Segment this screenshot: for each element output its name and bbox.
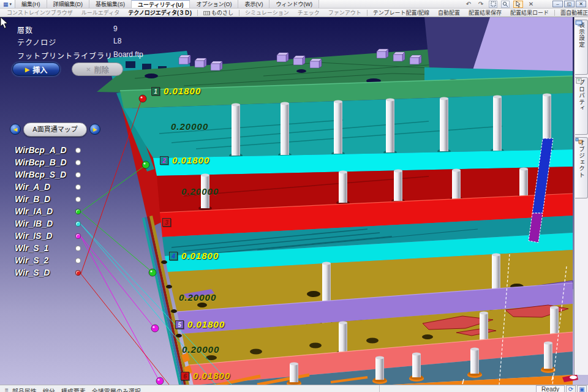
layer-color-dot[interactable] <box>75 184 81 190</box>
mouse-cursor <box>0 17 10 29</box>
layer-list-item-WirBcp_A_D[interactable]: WirBcp_A_D <box>15 145 94 157</box>
status-list-icon: ≡ <box>5 386 9 392</box>
toolbar-item-8[interactable]: ファンアウト <box>324 9 366 17</box>
menu-tab-1[interactable]: 詳細編集(D) <box>47 0 90 8</box>
right-tab-strip: 表示設定プロパティオブジェクト <box>574 17 588 375</box>
toolbar-item-12[interactable]: 配置結果保存 <box>464 9 506 17</box>
object-icon <box>575 138 582 144</box>
layer-name: Wlr_S_1 <box>15 243 48 253</box>
layer-count-label: 層数 <box>17 24 33 35</box>
layer-name: WlrBcp_S_D <box>15 170 66 179</box>
layer-name: Wir_B_D <box>15 194 50 204</box>
menu-tab-4[interactable]: オプション(O) <box>190 0 238 8</box>
restore-button[interactable]: ◱ <box>564 1 575 7</box>
layer-color-dot[interactable] <box>75 233 81 239</box>
layer-thickness: 0.01800 <box>187 319 225 330</box>
tab-label: オブジェクト <box>577 140 586 178</box>
layer-list-item-WlrBcp_S_D[interactable]: WlrBcp_S_D <box>15 169 94 181</box>
layer-list-item-Wir_A_D[interactable]: Wir_A_D <box>15 181 94 194</box>
delete-icon: ✕ <box>86 66 91 73</box>
toolbar-item-7[interactable]: チェック <box>293 9 324 17</box>
tab-property[interactable]: プロパティ <box>575 77 588 135</box>
layer-name: Wlr_IA_D <box>15 206 53 216</box>
menu-bar: ▦ ▾ 編集(H)詳細編集(D)基板編集(S)ユーティリティ(U)オプション(O… <box>0 0 588 9</box>
layer-number-badge: 1 <box>151 87 160 96</box>
zoom-window-icon[interactable] <box>501 1 510 8</box>
layer-color-dot[interactable] <box>75 197 81 202</box>
layer-count-value: 9 <box>113 24 118 33</box>
technology-label: テクノロジ <box>17 37 56 47</box>
dielectric-thickness: 0.20000 <box>179 292 216 303</box>
layer-number-badge: 2 <box>160 156 168 165</box>
delete-button[interactable]: ✕ 削除 <box>72 62 123 76</box>
insert-arrow-icon: ▶ <box>25 66 30 73</box>
menu-tab-2[interactable]: 基板編集(S) <box>89 0 132 8</box>
tab-object[interactable]: オブジェクト <box>575 137 588 198</box>
layer-list-item-Wlr_S_1[interactable]: Wlr_S_1 <box>15 243 94 255</box>
layer-number-badge: 6 <box>181 372 189 380</box>
layer-color-dot[interactable] <box>75 209 81 214</box>
close-button[interactable]: ✕ <box>576 1 586 7</box>
status-bar: ≡ 部品属性 線分 構成要素 全誘電層のみ選択 Ready ⟳ ▣ <box>0 385 588 392</box>
map-next-button[interactable]: ▶ <box>89 124 100 135</box>
layer-color-dot[interactable] <box>75 258 81 263</box>
layer-list-item-Wlr_IA_D[interactable]: Wlr_IA_D <box>15 206 94 218</box>
layer-thickness: 0.01800 <box>181 251 219 261</box>
toolbar-item-2[interactable]: テクノロジエディタ(３Ｄ) <box>124 9 196 17</box>
layer-color-dot[interactable] <box>75 270 81 276</box>
app-icon: ▦ <box>3 1 9 7</box>
status-message: ≡ 部品属性 線分 構成要素 全誘電層のみ選択 <box>0 385 380 392</box>
zoom-fit-icon[interactable] <box>489 1 497 8</box>
layer-list-item-Wir_B_D[interactable]: Wir_B_D <box>15 194 94 206</box>
map-prev-button[interactable]: ◀ <box>10 124 21 135</box>
close-tool-icon[interactable]: ✕ <box>527 1 535 7</box>
layer-5-label: 5 0.01800 <box>175 319 225 330</box>
select-tool-button[interactable] <box>513 1 523 8</box>
layer-list-item-Wir_S_D[interactable]: Wir_S_D <box>15 267 94 279</box>
toolbar-item-6[interactable]: シミュレーション <box>241 9 293 17</box>
layer-color-dot[interactable] <box>75 148 81 153</box>
layer-name: Wir_IB_D <box>15 219 53 228</box>
toolbar-item-13[interactable]: 配置結果ロード <box>506 9 553 17</box>
tab-monitor[interactable]: 表示設定 <box>575 20 588 75</box>
toolbar-separator <box>367 10 368 16</box>
layer-list-item-Wir_IS_D[interactable]: Wir_IS_D <box>15 230 94 243</box>
footprint-library-label: フットプリントライブラリ <box>17 50 113 61</box>
toolbar-item-10[interactable]: テンプレート配置/配線 <box>369 9 434 17</box>
toolbar-item-15[interactable]: 面自動補正 <box>556 9 588 17</box>
status-window-icon[interactable]: ▣ <box>577 385 587 392</box>
layer-color-dot[interactable] <box>75 160 81 165</box>
toolbar-item-1[interactable]: ルールエディタ <box>77 9 124 17</box>
layer-list-item-Wir_S_2[interactable]: Wir_S_2 <box>15 255 94 267</box>
layer-list-item-Wir_IB_D[interactable]: Wir_IB_D <box>15 218 94 230</box>
menu-tab-5[interactable]: 表示(V) <box>238 0 270 8</box>
layer-1-label: 1 0.01800 <box>151 86 201 96</box>
layer-color-dot[interactable] <box>75 221 81 227</box>
layer-name: Wir_IS_D <box>15 231 52 241</box>
toolbar-item-4[interactable]: ものさし <box>199 9 238 17</box>
menu-tab-6[interactable]: ウィンドウ(W) <box>270 0 319 8</box>
undo-icon[interactable]: ↶ <box>464 1 473 7</box>
toolbar-item-11[interactable]: 自動配置 <box>434 9 464 17</box>
layer-3-label: 3 <box>162 218 175 227</box>
through-map-button[interactable]: A面貫通マップ <box>23 123 87 137</box>
layer-color-dot[interactable] <box>75 172 81 178</box>
layer-name: Wir_S_2 <box>15 255 48 265</box>
toolbar-separator <box>239 10 239 16</box>
toolbar-separator <box>554 10 555 16</box>
minimize-button[interactable]: – <box>552 1 563 7</box>
3d-viewport[interactable]: 層数 9 テクノロジ L8 フットプリントライブラリ Board.ftp ▶ 挿… <box>0 17 588 385</box>
layer-color-dot[interactable] <box>75 246 81 251</box>
property-icon <box>575 78 582 84</box>
field-technology: テクノロジ L8 <box>17 37 201 47</box>
toolbar-item-0[interactable]: コンストレインツブラウザ <box>2 9 77 17</box>
status-refresh-icon[interactable]: ⟳ <box>566 385 576 392</box>
layer-list-item-WirBcp_B_D[interactable]: WirBcp_B_D <box>15 157 94 169</box>
menu-tab-3[interactable]: ユーティリティ(U) <box>132 0 190 8</box>
redo-icon[interactable]: ↷ <box>477 1 485 7</box>
app-menu-button[interactable]: ▦ ▾ <box>0 0 15 8</box>
insert-button[interactable]: ▶ 挿入 <box>12 62 60 76</box>
layer-6-label: 6 0.01800 <box>181 371 230 381</box>
layer-thickness: 0.01800 <box>172 155 209 165</box>
menu-tab-0[interactable]: 編集(H) <box>15 0 47 8</box>
